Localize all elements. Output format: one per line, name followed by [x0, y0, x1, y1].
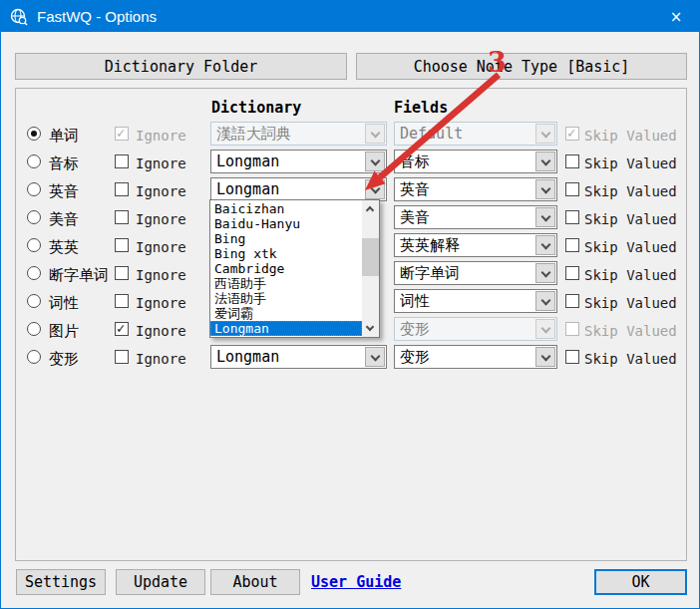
ignore-label: Ignore	[136, 127, 186, 145]
dropdown-option[interactable]: Bing xtk	[210, 246, 362, 261]
field-value: 音标	[400, 152, 430, 170]
skip-valued-checkbox: ✓	[565, 127, 579, 141]
skip-valued-label: Skip Valued	[584, 182, 677, 200]
field-select: 变形	[394, 317, 557, 341]
field-value: 词性	[400, 292, 430, 310]
user-guide-link[interactable]: User Guide	[311, 573, 401, 591]
dictionary-column-header: Dictionary	[211, 99, 301, 117]
dictionary-folder-button[interactable]: Dictionary Folder	[15, 53, 347, 80]
skip-valued-label: Skip Valued	[584, 350, 677, 368]
skip-valued-checkbox[interactable]: ✓	[565, 154, 579, 168]
radio-phonetic[interactable]	[27, 154, 41, 168]
field-value: 变形	[400, 348, 430, 366]
dropdown-option-selected[interactable]: Longman	[210, 321, 362, 336]
dropdown-option[interactable]: Bing	[210, 231, 362, 246]
skip-valued-label: Skip Valued	[584, 266, 677, 284]
update-button[interactable]: Update	[116, 569, 205, 595]
ignore-checkbox[interactable]: ✓	[115, 182, 129, 196]
field-select[interactable]: 英音	[394, 177, 557, 201]
skip-valued-checkbox[interactable]: ✓	[565, 238, 579, 252]
dictionary-select: 漢語大詞典	[210, 122, 387, 146]
radio-uk-audio[interactable]	[27, 182, 41, 196]
row-label: 英英	[49, 237, 79, 257]
dropdown-option[interactable]: 爱词霸	[210, 306, 362, 321]
field-value: 美音	[400, 208, 430, 226]
row-label: 图片	[49, 321, 79, 341]
field-select[interactable]: 变形	[394, 345, 557, 369]
choose-note-type-button[interactable]: Choose Note Type [Basic]	[356, 53, 687, 80]
row-label: 单词	[49, 126, 79, 146]
skip-valued-checkbox[interactable]: ✓	[565, 210, 579, 224]
dictionary-value: Longman	[216, 348, 279, 366]
settings-button[interactable]: Settings	[16, 569, 106, 595]
dropdown-option[interactable]: 西语助手	[210, 276, 362, 291]
check-icon: ✓	[117, 320, 125, 336]
dropdown-option[interactable]: Baidu-Hanyu	[210, 216, 362, 231]
annotation-step-number: 3	[488, 47, 507, 78]
skip-valued-label: Skip Valued	[584, 322, 677, 340]
skip-valued-checkbox[interactable]: ✓	[565, 294, 579, 308]
field-select[interactable]: 断字单词	[394, 261, 557, 285]
ignore-checkbox[interactable]: ✓	[115, 322, 129, 336]
ignore-label: Ignore	[136, 238, 186, 256]
window-title: FastWQ - Options	[37, 8, 157, 25]
radio-en-def[interactable]	[27, 238, 41, 252]
dropdown-items: Baicizhan Baidu-Hanyu Bing Bing xtk Camb…	[210, 201, 362, 336]
ignore-checkbox[interactable]: ✓	[115, 266, 129, 280]
row-label: 英音	[49, 181, 79, 201]
skip-valued-label: Skip Valued	[584, 127, 677, 145]
about-button[interactable]: About	[210, 569, 300, 595]
check-icon: ✓	[117, 125, 125, 141]
row-label: 音标	[49, 153, 79, 173]
dropdown-option[interactable]: Baicizhan	[210, 201, 362, 216]
radio-image[interactable]	[27, 322, 41, 336]
field-value: 英音	[400, 180, 430, 198]
field-select[interactable]: 音标	[394, 150, 557, 173]
radio-us-audio[interactable]	[27, 210, 41, 224]
radio-inflection[interactable]	[27, 350, 41, 364]
dropdown-option[interactable]: 法语助手	[210, 291, 362, 306]
field-select: Default	[394, 122, 557, 146]
dictionary-select-open[interactable]: Longman	[210, 177, 387, 201]
option-row-word: 单词 ✓ Ignore 漢語大詞典 Default ✓ Skip Valued	[16, 122, 686, 150]
field-select[interactable]: 词性	[394, 289, 557, 313]
field-select[interactable]: 英英解释	[394, 233, 557, 257]
ignore-checkbox[interactable]: ✓	[115, 210, 129, 224]
option-row-phonetic: 音标 ✓ Ignore Longman 音标 ✓ Skip Valued	[16, 150, 686, 177]
skip-valued-checkbox: ✓	[565, 322, 579, 336]
app-globe-icon	[10, 8, 28, 26]
radio-hyphen-word[interactable]	[27, 266, 41, 280]
scroll-up-icon[interactable]	[362, 200, 379, 217]
ignore-label: Ignore	[136, 266, 186, 284]
ignore-label: Ignore	[136, 182, 186, 200]
row-label: 变形	[49, 349, 79, 369]
scroll-down-icon[interactable]	[362, 320, 379, 337]
dropdown-option[interactable]: Cambridge	[210, 261, 362, 276]
skip-valued-checkbox[interactable]: ✓	[565, 182, 579, 196]
radio-dot	[31, 131, 37, 137]
ignore-checkbox[interactable]: ✓	[115, 238, 129, 252]
ignore-checkbox[interactable]: ✓	[115, 294, 129, 308]
radio-pos[interactable]	[27, 294, 41, 308]
dictionary-select[interactable]: Longman	[210, 345, 387, 369]
ok-button[interactable]: OK	[594, 569, 687, 595]
ignore-checkbox[interactable]: ✓	[115, 350, 129, 364]
scrollbar-thumb[interactable]	[362, 238, 379, 276]
ignore-checkbox[interactable]: ✓	[115, 154, 129, 168]
dropdown-scrollbar[interactable]	[362, 200, 379, 337]
row-label: 词性	[49, 293, 79, 313]
field-select[interactable]: 美音	[394, 205, 557, 229]
field-value: Default	[400, 125, 463, 143]
ignore-label: Ignore	[136, 210, 186, 228]
dictionary-select[interactable]: Longman	[210, 150, 387, 173]
title-bar: FastWQ - Options ×	[1, 1, 699, 32]
ignore-label: Ignore	[136, 322, 186, 340]
skip-valued-checkbox[interactable]: ✓	[565, 266, 579, 280]
ignore-label: Ignore	[136, 154, 186, 172]
dictionary-value: Longman	[216, 152, 279, 170]
ignore-label: Ignore	[136, 294, 186, 312]
close-button[interactable]: ×	[653, 1, 699, 32]
radio-word[interactable]	[27, 127, 41, 141]
skip-valued-checkbox[interactable]: ✓	[565, 350, 579, 364]
fields-column-header: Fields	[394, 99, 448, 117]
